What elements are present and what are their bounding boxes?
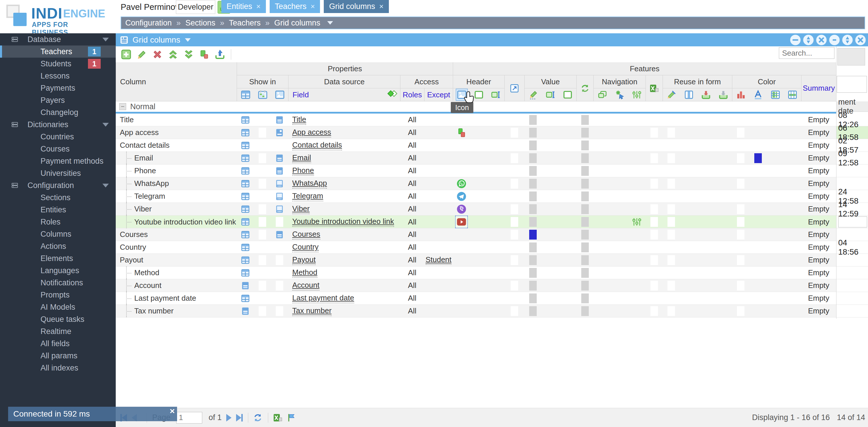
data-source-link[interactable]: Last payment date xyxy=(292,293,354,303)
data-source-link[interactable]: Viber xyxy=(292,204,310,214)
column-name-cell[interactable]: Country xyxy=(116,241,237,254)
sidebar-item-configuration[interactable]: Configuration xyxy=(0,179,116,192)
sidebar-item-sections[interactable]: Sections xyxy=(0,192,116,204)
close-icon[interactable]: × xyxy=(310,2,315,11)
bar-colors-icon[interactable] xyxy=(736,90,746,99)
refresh-button[interactable] xyxy=(253,413,263,423)
sidebar-item-queue-tasks[interactable]: Queue tasks xyxy=(0,313,116,325)
sidebar-item-teachers[interactable]: Teachers1 xyxy=(0,46,116,58)
sidebar-item-all-fields[interactable]: All fields xyxy=(0,338,116,350)
table-row[interactable]: EmailEmailAllEmpty xyxy=(116,152,836,165)
column-header-show-in[interactable]: Show in xyxy=(237,75,288,88)
background-panel-input[interactable] xyxy=(837,76,867,93)
column-name-cell[interactable]: Viber xyxy=(116,203,237,215)
role-select[interactable]: Developer xyxy=(176,0,215,14)
selected-icon-box[interactable] xyxy=(455,216,468,228)
close-button-2[interactable] xyxy=(855,34,866,46)
data-source-link[interactable]: Title xyxy=(292,115,306,125)
background-inline-input[interactable] xyxy=(838,217,867,227)
table-row[interactable]: CoursesCoursesAllEmpty xyxy=(116,228,836,241)
data-source-link[interactable]: Telegram xyxy=(292,192,323,201)
column-name-cell[interactable]: Telegram xyxy=(116,190,237,202)
data-source-link[interactable]: Account xyxy=(292,281,319,290)
column-header-color[interactable]: Color xyxy=(732,75,802,88)
data-source-link[interactable]: Email xyxy=(292,153,311,163)
data-source-link[interactable]: Contact details xyxy=(292,141,342,150)
flag-button[interactable] xyxy=(287,413,297,423)
data-source-link[interactable]: Courses xyxy=(292,230,320,239)
column-header-summary[interactable]: Summary xyxy=(802,75,836,102)
sidebar-item-notifications[interactable]: Notifications xyxy=(0,277,116,289)
close-icon[interactable]: × xyxy=(256,2,261,11)
column-header-expand[interactable] xyxy=(505,75,525,102)
collapse-group-icon[interactable]: − xyxy=(119,103,126,110)
column-name-cell[interactable]: Title xyxy=(116,114,237,126)
sidebar-item-payments[interactable]: Payments xyxy=(0,82,116,94)
table-row[interactable]: Last payment dateLast payment dateAllEmp… xyxy=(116,292,836,305)
column-name-cell[interactable]: Phone xyxy=(116,165,237,177)
next-page-button[interactable] xyxy=(226,414,231,422)
move-down-button[interactable] xyxy=(183,49,194,60)
column-header-excel[interactable] xyxy=(646,75,663,102)
table-row[interactable]: Tax numberTax numberAllEmpty xyxy=(116,305,836,317)
toast-close-icon[interactable]: × xyxy=(169,406,175,416)
last-page-button[interactable] xyxy=(236,414,243,422)
sidebar-item-languages[interactable]: Languages xyxy=(0,264,116,277)
expand-button[interactable] xyxy=(803,34,814,46)
table-row[interactable]: PhonePhoneAllEmpty xyxy=(116,165,836,177)
breadcrumb-item[interactable]: Teachers xyxy=(229,19,261,28)
chevron-down-icon[interactable] xyxy=(327,21,333,25)
excel-export-button[interactable] xyxy=(273,413,283,423)
sidebar-item-payment-methods[interactable]: Payment methods xyxy=(0,155,116,167)
tray-insert-icon[interactable] xyxy=(701,90,711,99)
sidebar-item-changelog[interactable]: Changelog xyxy=(0,106,116,118)
image-view-icon[interactable] xyxy=(275,90,285,99)
column-header-reuse-in-form[interactable]: Reuse in form xyxy=(663,75,732,88)
table-row[interactable]: ViberViberAllEmpty xyxy=(116,203,836,216)
row-color-icon[interactable] xyxy=(787,90,797,99)
sidebar-item-dictionaries[interactable]: Dictionaries xyxy=(0,118,116,131)
sidebar-item-roles[interactable]: Roles xyxy=(0,216,116,228)
column-name-cell[interactable]: Payout xyxy=(116,254,237,266)
toggle-button[interactable] xyxy=(199,49,210,60)
table-row[interactable]: AccountAccountAllEmpty xyxy=(116,279,836,292)
column-name-cell[interactable]: Youtube introduction video link xyxy=(116,216,237,228)
edit-value-icon[interactable] xyxy=(528,90,538,99)
chevron-down-icon[interactable] xyxy=(102,38,109,41)
table-row[interactable]: MethodMethodAllEmpty xyxy=(116,266,836,279)
sidebar-item-actions[interactable]: Actions xyxy=(0,240,116,252)
column-name-cell[interactable]: Tax number xyxy=(116,305,237,317)
table-row[interactable]: TitleTitleAllEmpty xyxy=(116,114,836,126)
except-link[interactable]: Except xyxy=(425,88,453,102)
column-header-header[interactable]: Header xyxy=(453,75,505,88)
tab-entities[interactable]: Entities × xyxy=(221,0,266,13)
breadcrumb[interactable]: Configuration » Sections » Teachers » Gr… xyxy=(121,17,865,29)
column-header-navigation[interactable]: Navigation xyxy=(594,75,646,88)
column-name-cell[interactable]: Method xyxy=(116,266,237,279)
data-source-link[interactable]: Payout xyxy=(292,255,316,265)
tab-grid-columns[interactable]: Grid columns × xyxy=(324,0,389,13)
sidebar-item-lessons[interactable]: Lessons xyxy=(0,70,116,82)
sidebar-item-columns[interactable]: Columns xyxy=(0,228,116,240)
minimize-button[interactable] xyxy=(789,34,801,46)
roles-link[interactable]: Roles xyxy=(400,88,425,102)
font-color-icon[interactable] xyxy=(753,90,763,99)
column-color-icon[interactable] xyxy=(771,90,780,99)
table-row[interactable]: PayoutPayoutAllStudentEmpty xyxy=(116,254,836,266)
sidebar-item-database[interactable]: Database xyxy=(0,33,116,46)
diamond-icon[interactable] xyxy=(388,90,397,99)
data-source-link[interactable]: Phone xyxy=(292,166,314,176)
data-source-link[interactable]: WhatsApp xyxy=(292,179,327,189)
column-header-column[interactable]: Column xyxy=(116,62,237,102)
column-split-icon[interactable] xyxy=(684,90,694,99)
table-row[interactable]: Youtube introduction video linkYoutube i… xyxy=(116,216,836,228)
data-source-link[interactable]: App access xyxy=(292,128,331,138)
column-header-access[interactable]: Access xyxy=(400,75,453,88)
chevron-down-icon[interactable] xyxy=(102,184,109,188)
column-header-data-source[interactable]: Data source xyxy=(288,75,400,88)
column-name-cell[interactable]: Courses xyxy=(116,228,237,241)
grid-view-icon[interactable] xyxy=(241,90,251,99)
export-button[interactable] xyxy=(215,49,225,60)
restore-button[interactable] xyxy=(829,34,840,46)
table-row[interactable]: CountryCountryAllEmpty xyxy=(116,241,836,254)
